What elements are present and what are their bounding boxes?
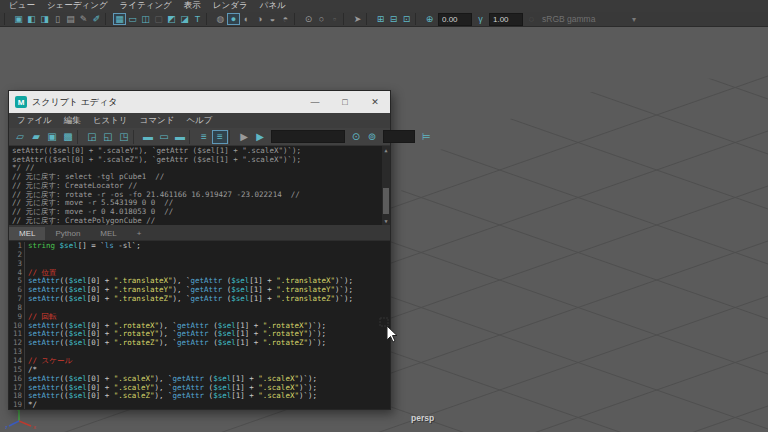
film-gate-icon[interactable]: ▭ <box>126 13 139 25</box>
goto-line-field[interactable] <box>383 130 415 143</box>
viewport-menu-item[interactable]: シェーディング <box>41 0 114 12</box>
script-editor-menu-item[interactable]: ファイル <box>17 115 60 127</box>
clear-history-icon[interactable]: ▬ <box>140 130 156 144</box>
scroll-down-icon[interactable]: ▼ <box>382 217 390 225</box>
maximize-button[interactable]: □ <box>330 91 360 113</box>
search-icon[interactable]: ⊙ <box>348 130 364 144</box>
select-cursor-icon[interactable]: ➤ <box>351 13 364 25</box>
toolbar-divider[interactable] <box>343 13 349 25</box>
echo-commands-icon[interactable]: ≡ <box>196 130 212 144</box>
wireframe-icon[interactable]: ◍ <box>214 13 227 25</box>
clear-input-icon[interactable]: ▭ <box>156 130 172 144</box>
script-tab-bar: MELPythonMEL+ <box>9 225 390 241</box>
search-zoom-icon[interactable]: ⊚ <box>364 130 380 144</box>
mouse-cursor <box>378 316 402 344</box>
script-editor-titlebar[interactable]: M スクリプト エディタ — □ ✕ <box>9 91 390 113</box>
scroll-up-icon[interactable]: ▲ <box>382 146 390 154</box>
grease-pencil-icon[interactable]: ✎ <box>77 13 90 25</box>
search-input[interactable] <box>271 130 345 143</box>
camera-attributes-icon[interactable]: ◨ <box>38 13 51 25</box>
snap-icon[interactable]: ✐ <box>90 13 103 25</box>
camera-lock-icon[interactable]: ◧ <box>25 13 38 25</box>
code-line: 2 <box>9 251 390 260</box>
script-editor-menu-item[interactable]: ヒストリ <box>93 115 136 127</box>
code-line: 7 setAttr(($sel[0] + ".translateZ"), `ge… <box>9 295 390 304</box>
se-toolbar-divider[interactable] <box>133 130 139 144</box>
execute-all-icon[interactable]: ▶ <box>252 130 268 144</box>
bookmark-icon[interactable]: ▯ <box>51 13 64 25</box>
code-line: 14 // スケール <box>9 357 390 366</box>
delete-tab-icon[interactable]: ◱ <box>100 130 116 144</box>
shaded-icon[interactable]: ● <box>227 13 240 25</box>
gamma-icon[interactable]: γ <box>474 13 487 25</box>
chevron-down-icon: ▾ <box>632 15 636 24</box>
gamma-field[interactable] <box>489 13 523 26</box>
scrollbar-thumb[interactable] <box>383 188 389 214</box>
script-tab[interactable]: + <box>127 227 152 240</box>
image-plane-icon[interactable]: ▤ <box>64 13 77 25</box>
se-toolbar-divider[interactable] <box>77 130 83 144</box>
code-input-pane[interactable]: 1 string $sel[] = `ls -sl`; 2 3 4 // 位置 <box>9 241 390 409</box>
viewport-menu-item[interactable]: パネル <box>254 0 292 12</box>
grid-icon[interactable]: ▦ <box>113 13 126 25</box>
script-editor-menu-item[interactable]: 編集 <box>64 115 89 127</box>
save-script-icon[interactable]: ▣ <box>44 130 60 144</box>
code-text: string $sel[] = `ls -sl`; <box>28 242 141 251</box>
toolbar-divider[interactable] <box>366 13 372 25</box>
shadows-icon[interactable]: ◒ <box>266 13 279 25</box>
exposure-field[interactable] <box>438 13 472 26</box>
plug-icon[interactable]: ⊙ <box>302 13 315 25</box>
xray-joints-icon[interactable]: ⊟ <box>387 13 400 25</box>
history-scrollbar[interactable]: ▲ ▼ <box>382 146 390 225</box>
safe-title-icon[interactable]: T <box>191 13 204 25</box>
source-script-icon[interactable]: ▰ <box>28 130 44 144</box>
rename-tab-icon[interactable]: ◳ <box>116 130 132 144</box>
textured-icon[interactable]: ◐ <box>240 13 253 25</box>
greyed-toggle-icon[interactable]: ▫ <box>328 13 341 25</box>
open-script-icon[interactable]: ▱ <box>12 130 28 144</box>
image-icon[interactable]: ⊡ <box>400 13 413 25</box>
script-tab[interactable]: MEL <box>9 227 45 240</box>
se-toolbar-divider[interactable] <box>189 130 195 144</box>
toolbar-divider[interactable] <box>206 13 212 25</box>
close-button[interactable]: ✕ <box>360 91 390 113</box>
toolbar-divider[interactable] <box>105 13 111 25</box>
isolate-select-icon[interactable]: ○ <box>315 13 328 25</box>
viewport-menu-item[interactable]: ライティング <box>114 0 178 12</box>
new-tab-icon[interactable]: ◲ <box>84 130 100 144</box>
show-line-numbers-icon[interactable]: ≡ <box>212 130 228 144</box>
clear-all-icon[interactable]: ▬ <box>172 130 188 144</box>
window-title: スクリプト エディタ <box>32 96 300 109</box>
viewport-menu-item[interactable]: ビュー <box>3 0 41 12</box>
viewport-menu-item[interactable]: 表示 <box>178 0 207 12</box>
history-pane[interactable]: setAttr(($sel[0] + ".scaleY"), `getAttr … <box>9 146 390 225</box>
field-chart-icon[interactable]: ◩ <box>165 13 178 25</box>
history-line: setAttr(($sel[0] + ".scaleZ"), `getAttr … <box>12 156 380 165</box>
script-tab[interactable]: MEL <box>90 227 126 240</box>
xray-icon[interactable]: ⊞ <box>374 13 387 25</box>
resolution-gate-icon[interactable]: ◫ <box>139 13 152 25</box>
ao-icon[interactable]: ◓ <box>279 13 292 25</box>
script-editor-menu-item[interactable]: ヘルプ <box>186 115 220 127</box>
save-script-to-shelf-icon[interactable]: ▩ <box>60 130 76 144</box>
script-editor-menu-item[interactable]: コマンド <box>140 115 183 127</box>
lighting-icon[interactable]: ◑ <box>253 13 266 25</box>
view-transform-icon: ◌ <box>525 13 538 25</box>
safe-action-icon[interactable]: ◪ <box>178 13 191 25</box>
script-editor-toolbar: ▱▰▣▩◲◱◳▬▭▬≡≡▶▶ ⊙⊚ ⊨ <box>9 128 390 146</box>
viewport-toolbar: ▣◧◨▯▤✎✐▦▭◫▢◩◪T◍●◐◑◒◓⊙○▫➤⊞⊟⊡⊕ γ ◌ sRGB ga… <box>0 12 768 27</box>
toolbar-divider[interactable] <box>4 13 10 25</box>
code-text: */ <box>28 401 37 409</box>
camera-icon[interactable]: ▣ <box>12 13 25 25</box>
toolbar-divider[interactable] <box>415 13 421 25</box>
gate-mask-icon[interactable]: ▢ <box>152 13 165 25</box>
se-toolbar-divider[interactable] <box>229 130 235 144</box>
script-tab[interactable]: Python <box>45 227 90 240</box>
execute-icon[interactable]: ▶ <box>236 130 252 144</box>
code-line: 18 setAttr(($sel[0] + ".scaleZ"), `getAt… <box>9 392 390 401</box>
viewport-menu-item[interactable]: レンダラ <box>207 0 254 12</box>
minimize-button[interactable]: — <box>300 91 330 113</box>
exposure-icon[interactable]: ⊕ <box>423 13 436 25</box>
command-completion-icon[interactable]: ⊨ <box>418 130 434 144</box>
toolbar-divider[interactable] <box>294 13 300 25</box>
